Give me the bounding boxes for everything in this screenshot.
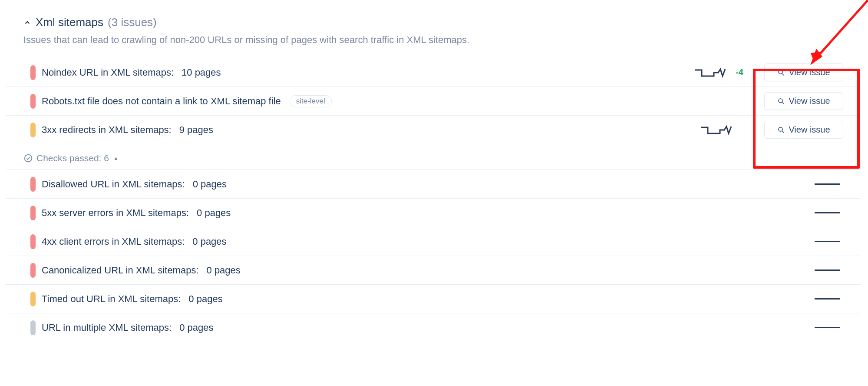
section-title: Xml sitemaps <box>36 16 103 29</box>
caret-up-icon: ▲ <box>113 155 119 161</box>
view-issue-button[interactable]: View issue <box>764 92 843 110</box>
severity-pill <box>30 65 36 80</box>
severity-pill <box>30 123 36 137</box>
view-issue-button[interactable]: View issue <box>764 63 843 81</box>
passed-check-row[interactable]: Canonicalized URL in XML sitemaps: 0 pag… <box>6 256 861 285</box>
view-issue-label: View issue <box>789 96 830 106</box>
view-issue-button[interactable]: View issue <box>764 121 843 139</box>
flatline-icon <box>815 270 840 271</box>
checks-passed-label: Checks passed: 6 <box>36 153 109 163</box>
xml-sitemaps-panel: Xml sitemaps (3 issues) Issues that can … <box>6 0 861 351</box>
issue-value: 0 pages <box>192 236 226 247</box>
passed-check-row[interactable]: 5xx server errors in XML sitemaps: 0 pag… <box>6 199 861 227</box>
search-icon <box>777 126 785 134</box>
sparkline-icon <box>694 67 727 79</box>
section-description: Issues that can lead to crawling of non-… <box>6 34 861 58</box>
passed-check-row[interactable]: Disallowed URL in XML sitemaps: 0 pages <box>6 170 861 199</box>
issue-label: URL in multiple XML sitemaps: <box>42 322 172 333</box>
issue-delta: -4 <box>736 67 743 77</box>
site-level-badge: site-level <box>290 95 332 107</box>
issue-row[interactable]: Noindex URL in XML sitemaps: 10 pages -4… <box>6 58 861 87</box>
svg-point-0 <box>779 70 782 74</box>
section-header: Xml sitemaps (3 issues) <box>6 0 861 34</box>
search-icon <box>777 69 785 77</box>
issue-label: Canonicalized URL in XML sitemaps: <box>42 265 199 276</box>
view-issue-label: View issue <box>789 67 830 77</box>
issue-value: 10 pages <box>182 67 221 78</box>
passed-check-row[interactable]: Timed out URL in XML sitemaps: 0 pages <box>6 285 861 313</box>
passed-check-row[interactable]: 4xx client errors in XML sitemaps: 0 pag… <box>6 227 861 256</box>
issue-value: 9 pages <box>179 124 213 136</box>
issue-value: 0 pages <box>193 179 227 190</box>
issue-row[interactable]: 3xx redirects in XML sitemaps: 9 pages V… <box>6 116 861 144</box>
sparkline-icon <box>700 124 733 136</box>
issue-label: Robots.txt file does not contain a link … <box>42 96 281 107</box>
svg-point-6 <box>25 155 32 162</box>
chevron-up-icon[interactable] <box>23 19 31 27</box>
checks-passed-toggle[interactable]: Checks passed: 6 ▲ <box>6 144 861 170</box>
severity-pill <box>30 234 36 249</box>
issue-label: Noindex URL in XML sitemaps: <box>42 67 174 78</box>
issue-row[interactable]: Robots.txt file does not contain a link … <box>6 87 861 116</box>
issue-label: 5xx server errors in XML sitemaps: <box>42 207 189 219</box>
issues-list: Noindex URL in XML sitemaps: 10 pages -4… <box>6 58 861 144</box>
issue-value: 0 pages <box>188 293 222 305</box>
flatline-icon <box>815 327 840 328</box>
passed-checks-list: Disallowed URL in XML sitemaps: 0 pages … <box>6 170 861 342</box>
severity-pill <box>30 94 36 109</box>
svg-line-5 <box>782 131 785 133</box>
severity-pill <box>30 263 36 278</box>
severity-pill <box>30 177 36 192</box>
severity-pill <box>30 292 36 306</box>
passed-check-row[interactable]: URL in multiple XML sitemaps: 0 pages <box>6 313 861 342</box>
search-icon <box>777 97 785 105</box>
section-issue-count: (3 issues) <box>108 16 157 29</box>
severity-pill <box>30 320 36 335</box>
flatline-icon <box>815 183 840 185</box>
view-issue-label: View issue <box>789 125 830 135</box>
issue-label: 4xx client errors in XML sitemaps: <box>42 236 185 247</box>
issue-value: 0 pages <box>207 265 241 276</box>
svg-line-1 <box>782 73 785 76</box>
issue-label: Timed out URL in XML sitemaps: <box>42 293 181 305</box>
issue-value: 0 pages <box>179 322 213 333</box>
check-circle-icon <box>23 153 33 163</box>
flatline-icon <box>815 212 840 213</box>
svg-line-3 <box>782 102 785 104</box>
issue-value: 0 pages <box>197 207 231 219</box>
svg-point-2 <box>779 99 782 103</box>
flatline-icon <box>815 241 840 242</box>
severity-pill <box>30 206 36 220</box>
flatline-icon <box>815 298 840 299</box>
issue-label: 3xx redirects in XML sitemaps: <box>42 124 172 136</box>
issue-label: Disallowed URL in XML sitemaps: <box>42 179 185 190</box>
svg-point-4 <box>779 127 782 131</box>
